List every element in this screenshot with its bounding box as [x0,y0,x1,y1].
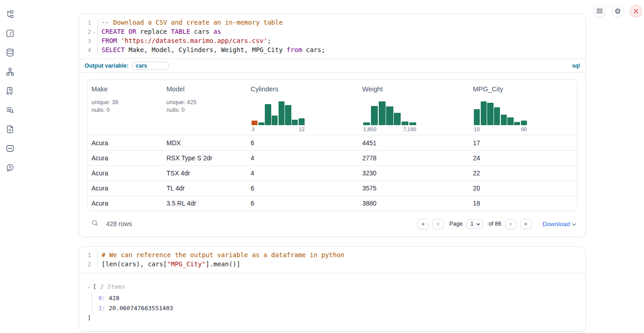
code-line[interactable]: 1# We can reference the output variable … [79,250,585,259]
table-footer: 428 rows « ‹ Page 1 of 86 › » Download [79,214,585,234]
axis-min-label: 1,850 [363,127,376,132]
sidebar-item-logs[interactable] [4,86,16,98]
python-code-editor[interactable]: 1# We can reference the output variable … [79,247,585,273]
line-number: 4 [79,47,91,53]
fold-gutter [91,250,98,259]
shutdown-button[interactable] [630,5,642,17]
histogram-bar [292,120,298,125]
column-header-cylinders[interactable]: Cylinders 312 [247,79,359,135]
chevron-left-icon: ‹ [437,221,439,227]
row-count: 428 rows [106,220,132,227]
chevron-right-icon: › [510,221,511,227]
column-label: Make [91,85,159,93]
column-header-mpg-city[interactable]: MPG_City 1060 [469,79,577,135]
weight-histogram: 1,8507,190 [363,101,416,132]
table-row[interactable]: AcuraTL 4dr6357520 [88,180,577,196]
sql-cell-footer: Output variable: sql [79,59,585,72]
histogram-axis-labels: 312 [252,127,305,132]
histogram-bar [285,105,291,125]
code-line[interactable]: 3FROM 'https://datasets.marimo.app/cars.… [79,36,585,45]
download-label: Download [542,221,570,227]
table-row[interactable]: AcuraTSX 4dr4323022 [88,165,577,180]
output-tree: ⌄ [ 2 Items 0: 428 1: 20.060747663551403… [79,273,585,331]
list-search-icon [5,106,15,116]
sidebar-item-data-sources[interactable] [4,48,16,59]
code-line[interactable]: 1-- Download a CSV and create an in-memo… [79,18,585,27]
left-sidebar: f [0,0,20,333]
column-header-make[interactable]: Make unique: 38 nulls: 0 [88,79,163,135]
table-cell: 2778 [359,154,469,162]
code-line[interactable]: 2[len(cars), cars["MPG_City"].mean()] [79,259,585,269]
table-cell: 17 [469,139,577,147]
first-page-button[interactable]: « [417,219,429,229]
table-cell: 22 [469,169,577,177]
histogram-bars [474,101,527,125]
item-key: 1: [98,305,106,312]
histogram-bar [487,103,493,125]
code-line[interactable]: 4SELECT Make, Model, Cylinders, Weight, … [79,45,585,54]
histogram-bar [507,117,513,125]
page-select[interactable]: 1 [466,219,483,228]
histogram-bar [363,122,370,125]
fold-chevron-icon[interactable]: ⌄ [91,27,98,36]
search-icon[interactable] [91,219,99,229]
data-table: Make unique: 38 nulls: 0 Model unique: 4… [87,79,577,211]
histogram-bar [279,101,284,125]
sidebar-item-file-tree[interactable] [4,9,16,21]
histogram-bars [252,101,305,125]
table-cell: 18 [469,200,577,207]
table-cell: 4 [247,169,359,177]
python-cell: 1# We can reference the output variable … [79,246,586,332]
sidebar-item-snippets[interactable] [4,143,16,155]
file-tree-icon [5,10,15,21]
output-variable-label: Output variable: [85,63,129,69]
last-page-button[interactable]: » [520,219,531,229]
column-label: Model [166,85,243,93]
sidebar-item-dependencies[interactable] [4,67,16,79]
hamburger-icon [596,7,603,16]
column-header-model[interactable]: Model unique: 425 nulls: 0 [163,79,247,135]
table-cell: RSX Type S 2dr [163,154,247,162]
table-cell: MDX [163,139,247,147]
download-button[interactable]: Download [542,220,576,228]
code-dots-icon [5,144,15,155]
sidebar-item-documentation[interactable] [4,124,16,136]
function-icon: f [5,29,15,40]
column-label: Cylinders [251,85,355,93]
tree-item: 0: 428 [98,293,577,303]
topbar-controls: ⚙ [593,5,642,17]
language-badge: sql [572,63,580,69]
settings-button[interactable]: ⚙ [612,5,624,17]
table-cell: 3230 [359,169,469,177]
tree-root-row[interactable]: ⌄ [ 2 Items [87,282,577,291]
table-row[interactable]: AcuraRSX Type S 2dr4277824 [88,150,577,165]
table-row[interactable]: Acura3.5 RL 4dr6388018 [88,196,577,211]
histogram-bar [252,121,258,125]
item-key: 0: [98,295,106,301]
histogram-bar [386,106,393,125]
histogram-bar [394,113,401,125]
page-label: Page [449,221,462,227]
table-cell: 4451 [359,139,469,147]
histogram-bar [379,101,386,125]
sidebar-item-variables[interactable]: f [4,28,16,40]
histogram-axis-labels: 1,8507,190 [363,127,416,132]
sidebar-item-outline[interactable] [4,105,16,117]
table-row[interactable]: AcuraMDX6445117 [88,135,577,150]
sql-code-editor[interactable]: 1-- Download a CSV and create an in-memo… [79,14,585,58]
table-header-row: Make unique: 38 nulls: 0 Model unique: 4… [88,79,577,135]
code-line[interactable]: 2⌄CREATE OR replace TABLE cars as [79,27,585,36]
column-header-weight[interactable]: Weight 1,8507,190 [359,79,469,135]
divider [79,72,585,73]
tree-items: 0: 428 1: 20.060747663551403 [91,293,577,313]
histogram-bar [481,101,487,125]
histogram-bar [299,118,305,125]
output-variable-input[interactable] [132,62,169,70]
next-page-button[interactable]: › [505,219,516,229]
sidebar-item-help[interactable] [4,163,16,174]
histogram-bar [371,106,378,125]
notebook-menu-button[interactable] [593,5,606,17]
table-cell: 4 [247,154,359,162]
prev-page-button[interactable]: ‹ [432,219,444,229]
histogram-bar [521,121,527,125]
